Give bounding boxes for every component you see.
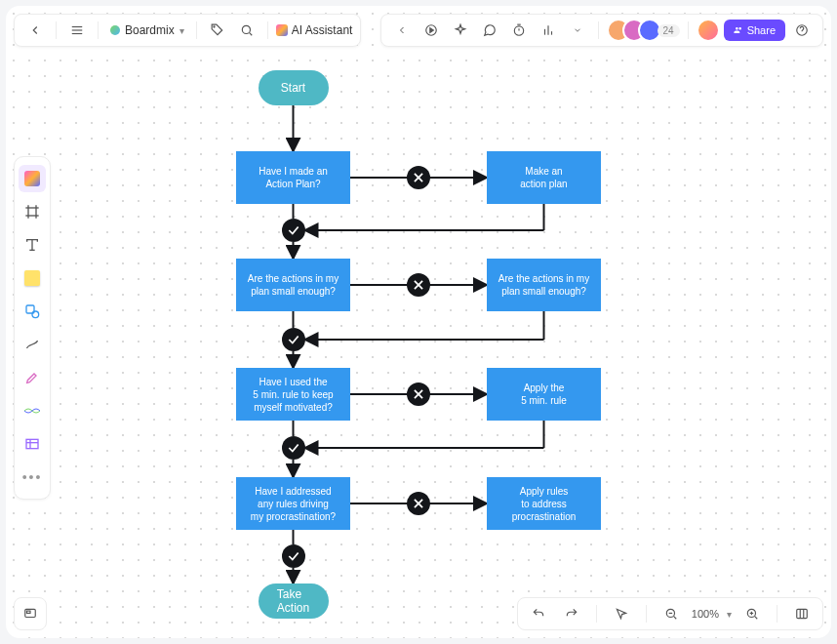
user-avatar[interactable]: [697, 19, 720, 42]
divider: [596, 605, 597, 623]
svg-rect-24: [26, 439, 38, 448]
sticky-tool[interactable]: [19, 264, 46, 292]
undo-icon[interactable]: [526, 601, 551, 626]
divider: [598, 21, 599, 39]
canvas[interactable]: [6, 6, 831, 638]
minimap-button[interactable]: [14, 597, 47, 630]
help-icon[interactable]: [789, 18, 815, 43]
zoom-in-icon[interactable]: [739, 601, 765, 626]
more-tool[interactable]: •••: [19, 463, 46, 491]
pen-tool[interactable]: [19, 364, 46, 391]
divider: [98, 21, 99, 39]
frame-tool[interactable]: [19, 198, 46, 225]
pointer-icon[interactable]: [609, 601, 634, 626]
zoom-bar: 100% ▾: [517, 597, 823, 630]
svg-rect-36: [797, 609, 808, 618]
logo-icon: [110, 25, 120, 35]
search-icon[interactable]: [234, 18, 259, 43]
divider: [688, 21, 689, 39]
more-chevron-icon[interactable]: [565, 18, 590, 43]
top-right-toolbar: 24 Share: [380, 14, 823, 47]
divider: [196, 21, 197, 39]
presence-count: 24: [658, 24, 680, 37]
svg-point-23: [32, 311, 39, 318]
sparkle-icon[interactable]: [448, 18, 473, 43]
board-name: Boardmix: [125, 23, 175, 37]
chart-icon[interactable]: [536, 18, 561, 43]
board-title[interactable]: Boardmix ▾: [106, 23, 188, 37]
zoom-level[interactable]: 100%: [692, 608, 719, 620]
svg-point-4: [242, 25, 250, 33]
tag-icon[interactable]: [205, 18, 230, 43]
ai-assistant-button[interactable]: AI Assistant: [276, 23, 353, 37]
svg-rect-28: [27, 611, 31, 613]
connector-tool[interactable]: [19, 331, 46, 358]
template-tool[interactable]: [19, 165, 46, 192]
ai-logo-icon: [276, 24, 288, 36]
back-icon[interactable]: [22, 18, 48, 43]
chevron-down-icon[interactable]: ▾: [727, 609, 732, 620]
sticky-icon: [24, 270, 40, 286]
chevron-left-icon[interactable]: [389, 18, 415, 43]
present-icon[interactable]: [418, 18, 444, 43]
chevron-down-icon: ▾: [179, 25, 184, 36]
top-left-toolbar: Boardmix ▾ AI Assistant: [14, 14, 361, 47]
presence-avatars[interactable]: 24: [607, 19, 680, 42]
svg-line-31: [674, 617, 677, 620]
shape-tool[interactable]: [19, 298, 46, 325]
timer-icon[interactable]: [506, 18, 532, 43]
divider: [267, 21, 268, 39]
ai-label: AI Assistant: [292, 23, 353, 37]
comment-icon[interactable]: [477, 18, 502, 43]
text-tool[interactable]: [19, 231, 46, 259]
divider: [56, 21, 57, 39]
share-button[interactable]: Share: [724, 20, 785, 41]
svg-point-3: [214, 26, 215, 27]
divider: [777, 605, 777, 623]
zoom-out-icon[interactable]: [658, 601, 684, 626]
menu-icon[interactable]: [64, 18, 90, 43]
mindmap-tool[interactable]: [19, 397, 46, 424]
svg-marker-7: [429, 28, 433, 33]
divider: [646, 605, 647, 623]
redo-icon[interactable]: [559, 601, 584, 626]
tool-palette: •••: [14, 156, 51, 500]
template-icon: [24, 171, 40, 186]
table-tool[interactable]: [19, 430, 46, 458]
panels-icon[interactable]: [789, 601, 815, 626]
svg-line-35: [755, 617, 758, 620]
share-label: Share: [747, 24, 776, 36]
svg-line-5: [249, 33, 252, 36]
